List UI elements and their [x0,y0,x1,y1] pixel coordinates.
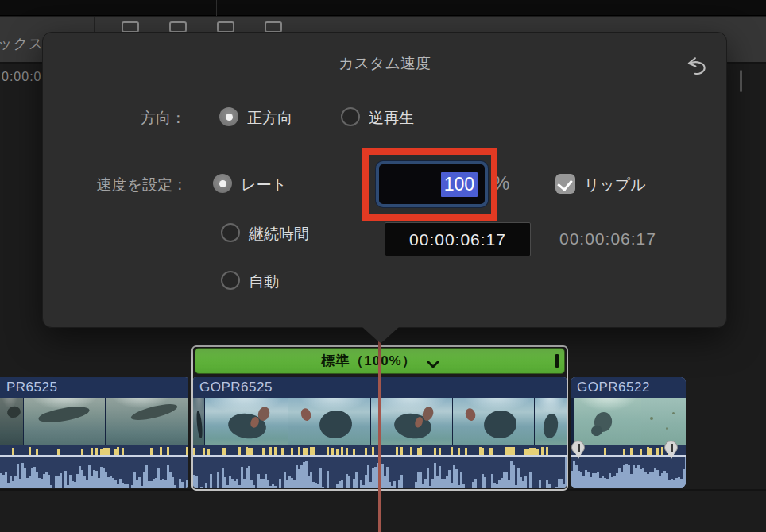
direction-label: 方向： [75,108,186,129]
video-thumbnail [288,398,370,445]
radio-automatic[interactable] [221,271,240,290]
tool-square-icon[interactable] [265,21,282,33]
radio-forward-label[interactable]: 正方向 [247,108,292,129]
rate-value-selected-text: 100 [441,172,478,197]
audio-waveform [0,445,188,488]
timeline-clip[interactable]: GOPR6522 [571,377,686,488]
video-thumbnail [371,398,452,445]
radio-rate[interactable] [213,174,232,193]
tool-square-icon[interactable] [122,21,139,33]
video-thumbnail [574,398,641,445]
rate-input[interactable]: 100 [376,161,488,207]
playhead[interactable] [378,341,381,532]
clip-filmstrip [571,398,686,445]
video-thumbnail [535,398,567,445]
video-thumbnail [193,398,204,445]
ripple-label[interactable]: リップル [584,175,646,195]
clip-title: PR6525 [0,377,188,398]
duration-readout: 00:00:06:17 [559,229,656,249]
radio-reverse[interactable] [341,107,360,126]
timeline-clip[interactable]: PR6525 [0,377,188,488]
video-thumbnail [453,398,534,445]
timeline-bottom-divider [0,489,766,491]
top-bar-divider [216,0,217,16]
video-thumbnail [24,398,105,445]
audio-fade-handle[interactable] [664,441,679,460]
tool-square-icon[interactable] [217,21,234,33]
custom-speed-popover: カスタム速度 方向： 正方向 逆再生 速度を設定： レート 100 % リップル… [42,32,727,328]
ripple-checkbox[interactable] [555,174,575,194]
set-speed-label: 速度を設定： [59,175,188,195]
clip-title: GOPR6522 [571,377,686,398]
radio-reverse-label[interactable]: 逆再生 [369,108,414,129]
video-thumbnail [641,398,686,445]
retime-speed-label: 標準（100%） [321,352,416,370]
reset-button[interactable] [685,55,712,82]
retime-end-handle[interactable] [555,354,559,368]
radio-duration-label[interactable]: 継続時間 [249,224,309,245]
window-top-bar [0,0,766,16]
timeline-timecode: 0:00:0 [2,70,41,84]
audio-fade-handle[interactable] [571,441,586,460]
video-thumbnail [0,398,23,445]
radio-automatic-label[interactable]: 自動 [249,272,279,292]
undo-arrow-icon [685,55,709,79]
scrollbar-handle[interactable] [740,70,742,92]
popover-title: カスタム速度 [43,53,726,74]
popover-arrow [362,327,399,343]
video-thumbnail [106,398,188,445]
percent-sign: % [493,172,509,195]
index-button-label[interactable]: ックス [0,34,44,53]
fcp-window: ックス 0:00:0 標準（100%） PR6525 GOPR6525 [0,0,766,532]
tool-square-icon[interactable] [169,21,187,33]
video-thumbnail [205,398,288,445]
volume-line[interactable] [0,455,188,457]
radio-rate-label[interactable]: レート [241,175,287,195]
chevron-down-icon[interactable] [427,357,439,364]
radio-forward[interactable] [219,107,238,126]
duration-input[interactable]: 00:00:06:17 [385,222,531,256]
radio-duration[interactable] [221,223,240,242]
clip-filmstrip [0,398,188,445]
